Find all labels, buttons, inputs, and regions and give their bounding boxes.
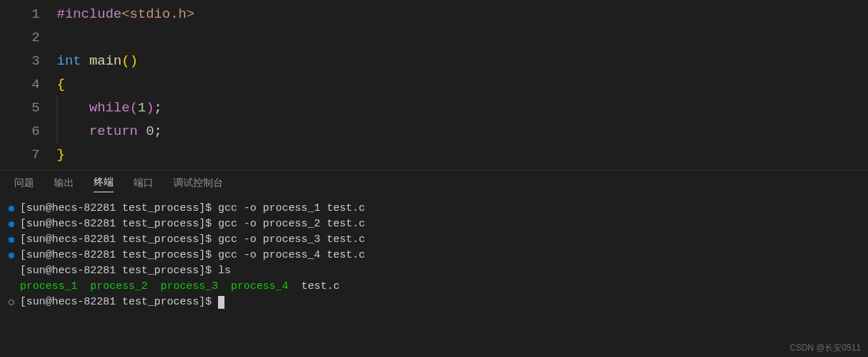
command-success-icon <box>9 253 14 258</box>
code-content[interactable]: } <box>57 143 868 167</box>
line-number: 6 <box>0 120 57 143</box>
code-line[interactable]: 5 while(1); <box>0 97 868 120</box>
code-line[interactable]: 3int main() <box>0 50 868 73</box>
terminal-text: [sun@hecs-82281 test_process]$ ls <box>20 263 231 279</box>
watermark: CSDN @长安0511 <box>790 342 861 354</box>
code-line[interactable]: 2 <box>0 26 868 50</box>
terminal-line: process_1 process_2 process_3 process_4 … <box>9 279 859 295</box>
terminal-line: [sun@hecs-82281 test_process]$ gcc -o pr… <box>9 201 859 216</box>
tab-terminal[interactable]: 终端 <box>94 176 114 192</box>
line-number: 2 <box>0 26 57 50</box>
code-content[interactable]: int main() <box>57 50 868 73</box>
terminal-text: [sun@hecs-82281 test_process]$ gcc -o pr… <box>20 216 365 232</box>
line-number: 4 <box>0 73 57 97</box>
code-line[interactable]: 6 return 0; <box>0 120 868 143</box>
terminal-line: [sun@hecs-82281 test_process]$ gcc -o pr… <box>9 216 859 232</box>
terminal-text: [sun@hecs-82281 test_process]$ gcc -o pr… <box>20 232 365 248</box>
line-number: 3 <box>0 50 57 73</box>
code-content[interactable]: return 0; <box>57 120 868 143</box>
code-line[interactable]: 7} <box>0 143 868 167</box>
command-success-icon <box>9 221 14 227</box>
terminal-prompt: [sun@hecs-82281 test_process]$ <box>20 295 218 310</box>
tab-output[interactable]: 输出 <box>54 177 74 192</box>
terminal-line: [sun@hecs-82281 test_process]$ gcc -o pr… <box>9 248 859 263</box>
panel-tab-bar: 问题 输出 终端 端口 调试控制台 <box>0 176 868 198</box>
terminal[interactable]: [sun@hecs-82281 test_process]$ gcc -o pr… <box>0 198 868 313</box>
code-line[interactable]: 1#include<stdio.h> <box>0 3 868 26</box>
code-content[interactable]: while(1); <box>57 97 868 120</box>
terminal-text: [sun@hecs-82281 test_process]$ gcc -o pr… <box>20 248 365 263</box>
terminal-line: [sun@hecs-82281 test_process]$ ls <box>9 263 859 279</box>
line-number: 7 <box>0 143 57 167</box>
terminal-line: [sun@hecs-82281 test_process]$ gcc -o pr… <box>9 232 859 248</box>
tab-debug-console[interactable]: 调试控制台 <box>173 177 223 192</box>
line-number: 1 <box>0 3 57 26</box>
terminal-prompt-line[interactable]: [sun@hecs-82281 test_process]$ <box>9 295 859 310</box>
code-editor[interactable]: 1#include<stdio.h>23int main()4{5 while(… <box>0 0 868 170</box>
code-content[interactable]: #include<stdio.h> <box>57 3 868 26</box>
tab-ports[interactable]: 端口 <box>134 177 153 192</box>
command-pending-icon <box>9 300 14 305</box>
command-success-icon <box>9 206 14 212</box>
code-content[interactable] <box>57 26 868 50</box>
command-success-icon <box>9 237 14 243</box>
cursor-icon <box>218 296 224 309</box>
line-number: 5 <box>0 97 57 120</box>
ls-output: process_1 process_2 process_3 process_4 … <box>20 279 340 295</box>
code-content[interactable]: { <box>57 73 868 97</box>
tab-problems[interactable]: 问题 <box>14 177 34 192</box>
terminal-text: [sun@hecs-82281 test_process]$ gcc -o pr… <box>20 201 365 216</box>
code-line[interactable]: 4{ <box>0 73 868 97</box>
bottom-panel: 问题 输出 终端 端口 调试控制台 [sun@hecs-82281 test_p… <box>0 170 868 313</box>
